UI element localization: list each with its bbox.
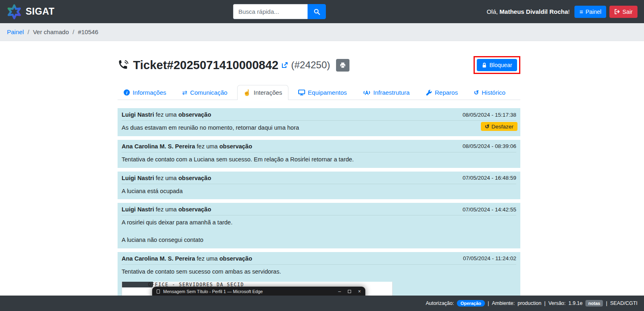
tab-equipamentos[interactable]: Equipamentos [292,85,353,100]
interaction-text: A luciana não consegui contato [122,236,516,245]
interaction-text: Tentativa de contato com a Luciana sem s… [122,155,516,164]
phone-volume-icon [118,60,129,71]
action-type: observação [219,255,252,262]
auth-label: Autorização: [426,300,454,306]
navbar-right: Olá, Matheus Divaldil Rocha! ≡ Painel Sa… [487,6,637,18]
main-content: Ticket#2025071410000842 (#24250) [118,56,520,311]
interaction-body: As duas estavam em reunião no momento, r… [122,121,516,133]
action-type: observação [219,143,252,150]
breadcrumb-ticket-id: #10546 [78,28,98,35]
app-name: SIGAT [26,6,55,17]
app-logo[interactable]: SIGAT [7,4,55,20]
interaction-header: Ana Carolina M. S. Pereira fez uma obser… [122,254,516,265]
user-name: Matheus Divaldil Rocha [500,8,568,15]
action-text: fez uma [156,175,177,181]
interaction-timestamp: 07/05/2024 - 14:42:55 [463,207,516,213]
interactions-list: Luigi Nastri fez uma observação 08/05/20… [118,108,520,311]
page-title: Ticket#2025071410000842 [133,59,278,72]
block-button[interactable]: Bloquear [477,59,517,71]
print-button[interactable] [336,59,349,72]
footer-separator: | [544,300,546,306]
panel-button[interactable]: ≡ Painel [574,6,606,18]
tab-informacoes[interactable]: i Informações [118,85,172,100]
external-link-icon[interactable] [281,61,288,69]
search-input[interactable] [233,4,308,19]
interaction-timestamp: 08/05/2024 - 08:39:06 [463,143,516,149]
interaction-timestamp: 07/05/2024 - 16:48:59 [463,175,516,181]
breadcrumb-separator: / [28,28,29,35]
footer-separator: | [606,300,607,306]
undo-button[interactable]: ↺ Desfazer [481,122,517,131]
interaction-entry: Luigi Nastri fez uma observação 07/05/20… [118,172,520,200]
tab-label: Interações [254,89,282,96]
action-text: fez uma [197,255,218,262]
author-name: Luigi Nastri [122,111,154,118]
edge-titlebar: Mensagem Sem Título - Perfil 1 — Microso… [152,287,365,296]
tab-interacoes[interactable]: ☝ Interações [237,85,288,100]
hand-pointer-icon: ☝ [243,89,251,96]
window-controls: – × [338,289,361,294]
close-icon: × [358,289,361,294]
ticket-tabs: i Informações ⇄ Comunicação ☝ Interações… [118,85,520,100]
logout-button-label: Sair [622,9,633,15]
interaction-header: Ana Carolina M. S. Pereira fez uma obser… [122,141,516,152]
interaction-text: As duas estavam em reunião no momento, r… [122,124,516,133]
auth-badge: Operação [457,300,485,307]
action-type: observação [178,175,211,181]
version-value: 1.9.1e [568,300,583,306]
interaction-author-line: Luigi Nastri fez uma observação [122,111,211,118]
org-label: SEAD/CGTI [610,300,637,306]
footer-separator: | [488,300,489,306]
search-button[interactable] [308,4,326,19]
tab-comunicacao[interactable]: ⇄ Comunicação [176,85,234,100]
breadcrumb-separator: / [72,28,74,35]
tab-label: Histórico [482,89,505,96]
tab-historico[interactable]: ↺ Histórico [467,85,511,100]
action-type: observação [178,111,211,118]
author-name: Luigi Nastri [122,175,154,181]
interaction-header: Luigi Nastri fez uma observação 08/05/20… [122,110,516,121]
notes-badge[interactable]: notas [585,300,603,307]
block-button-label: Bloquear [489,62,512,68]
author-name: Ana Carolina M. S. Pereira [122,255,195,262]
interaction-text: A luciana está ocupada [122,187,516,196]
tab-label: Informações [133,89,166,96]
interaction-author-line: Luigi Nastri fez uma observação [122,175,211,181]
hamburger-icon: ≡ [579,9,583,15]
search-icon [314,9,320,15]
undo-button-label: Desfazer [491,124,513,130]
env-value: production [517,300,541,306]
interaction-body: Tentativa de contato sem sucesso com amb… [122,265,516,276]
interaction-body: A rosirlei quis deixar para amanhã a tar… [122,215,516,245]
interaction-author-line: Ana Carolina M. S. Pereira fez uma obser… [122,255,252,262]
exchange-arrows-icon: ⇄ [182,89,188,96]
tab-reparos[interactable]: Reparos [419,85,464,100]
breadcrumb-section: Ver chamado [33,28,69,35]
top-navbar: SIGAT Olá, Matheus Divaldil Rocha! ≡ Pai… [0,0,644,23]
interaction-entry: Luigi Nastri fez uma observação 08/05/20… [118,108,520,136]
interaction-timestamp: 07/05/2024 - 11:24:02 [463,255,516,261]
breadcrumb-painel-link[interactable]: Painel [7,28,24,35]
action-text: fez uma [156,206,177,213]
breadcrumb: Painel / Ver chamado / #10546 [0,23,644,41]
interaction-timestamp: 08/05/2024 - 15:17:38 [463,112,516,118]
tab-infraestrutura[interactable]: Infraestrutura [357,85,416,100]
interaction-author-line: Luigi Nastri fez uma observação [122,206,211,213]
info-icon: i [124,89,130,96]
greeting-suffix: ! [568,8,570,15]
quick-search [233,4,326,19]
env-label: Ambiente: [492,300,515,306]
document-icon [157,289,160,294]
ticket-secondary-id: (#24250) [291,59,330,71]
tab-label: Infraestrutura [373,89,410,96]
logout-button[interactable]: Sair [609,6,637,18]
undo-icon: ↺ [485,123,489,130]
monitor-icon [298,89,305,96]
sign-out-icon [614,9,620,14]
signal-a-icon [363,89,371,96]
author-name: Ana Carolina M. S. Pereira [122,143,195,150]
interaction-body: Tentativa de contato com a Luciana sem s… [122,152,516,164]
version-label: Versão: [548,300,565,306]
minimize-icon: – [338,289,341,294]
history-icon: ↺ [474,89,479,96]
